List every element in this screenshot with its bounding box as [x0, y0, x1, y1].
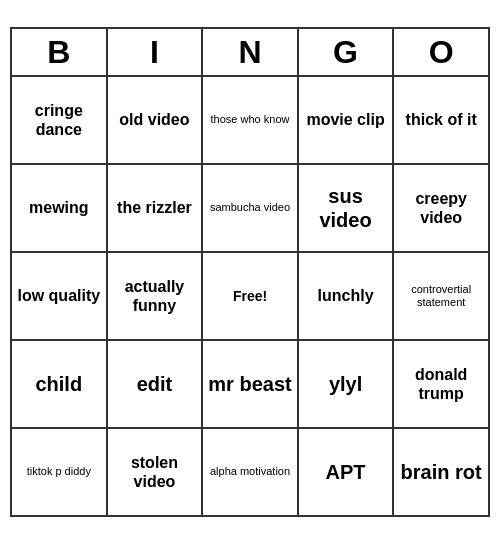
bingo-cell-1-0: mewing	[11, 164, 107, 252]
bingo-cell-0-4: thick of it	[393, 76, 489, 164]
bingo-cell-2-2: Free!	[202, 252, 298, 340]
bingo-cell-2-0: low quality	[11, 252, 107, 340]
bingo-header-i: I	[107, 28, 203, 76]
bingo-row-0: cringe danceold videothose who knowmovie…	[11, 76, 489, 164]
bingo-cell-2-4: controvertial statement	[393, 252, 489, 340]
bingo-cell-0-3: movie clip	[298, 76, 394, 164]
bingo-header-n: N	[202, 28, 298, 76]
bingo-card: BINGO cringe danceold videothose who kno…	[10, 27, 490, 517]
bingo-cell-0-0: cringe dance	[11, 76, 107, 164]
bingo-cell-1-4: creepy video	[393, 164, 489, 252]
bingo-cell-4-2: alpha motivation	[202, 428, 298, 516]
bingo-cell-3-0: child	[11, 340, 107, 428]
bingo-cell-1-1: the rizzler	[107, 164, 203, 252]
bingo-cell-3-2: mr beast	[202, 340, 298, 428]
bingo-cell-4-4: brain rot	[393, 428, 489, 516]
bingo-cell-4-0: tiktok p diddy	[11, 428, 107, 516]
bingo-cell-4-3: APT	[298, 428, 394, 516]
bingo-cell-3-1: edit	[107, 340, 203, 428]
bingo-header-g: G	[298, 28, 394, 76]
bingo-cell-1-3: sus video	[298, 164, 394, 252]
bingo-cell-3-4: donald trump	[393, 340, 489, 428]
bingo-cell-1-2: sambucha video	[202, 164, 298, 252]
bingo-row-1: mewingthe rizzlersambucha videosus video…	[11, 164, 489, 252]
bingo-cell-0-2: those who know	[202, 76, 298, 164]
bingo-cell-0-1: old video	[107, 76, 203, 164]
bingo-cell-4-1: stolen video	[107, 428, 203, 516]
bingo-row-2: low qualityactually funnyFree!lunchlycon…	[11, 252, 489, 340]
bingo-header-b: B	[11, 28, 107, 76]
bingo-header-o: O	[393, 28, 489, 76]
bingo-cell-2-1: actually funny	[107, 252, 203, 340]
bingo-row-3: childeditmr beastylyldonald trump	[11, 340, 489, 428]
bingo-cell-3-3: ylyl	[298, 340, 394, 428]
bingo-row-4: tiktok p diddystolen videoalpha motivati…	[11, 428, 489, 516]
bingo-cell-2-3: lunchly	[298, 252, 394, 340]
